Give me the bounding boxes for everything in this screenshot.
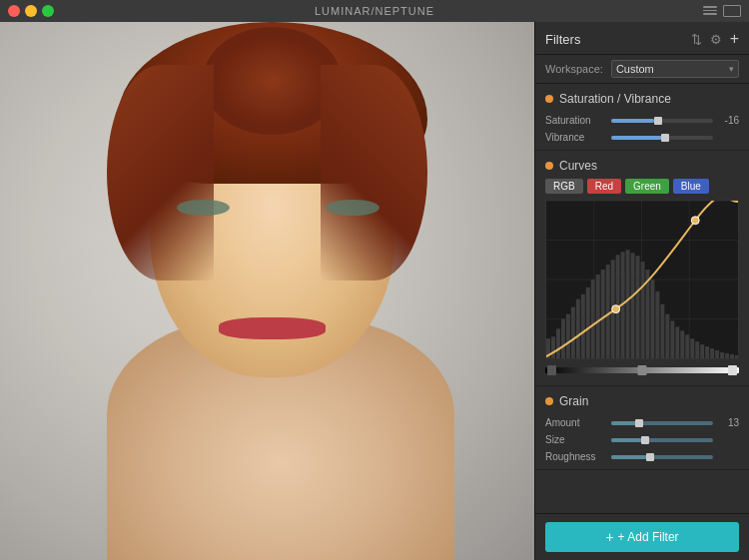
vibrance-track[interactable]: [611, 136, 713, 140]
filters-title: Filters: [545, 32, 580, 47]
app-title: LUMINAR/NEPTUNE: [315, 5, 434, 17]
svg-rect-6: [576, 299, 580, 358]
svg-rect-8: [586, 287, 590, 358]
curves-canvas[interactable]: [545, 200, 739, 359]
vibrance-label: Vibrance: [545, 132, 605, 143]
grain-section: Grain Amount 13 Size: [535, 386, 749, 470]
titlebar: LUMINAR/NEPTUNE: [0, 0, 749, 22]
svg-rect-32: [705, 346, 709, 358]
add-filter-button[interactable]: + + Add Filter: [545, 522, 739, 552]
svg-rect-37: [730, 354, 734, 358]
tab-red[interactable]: Red: [587, 179, 621, 194]
svg-rect-28: [685, 334, 689, 358]
svg-rect-2: [556, 328, 560, 358]
grain-size-row: Size: [535, 431, 749, 448]
svg-point-47: [612, 305, 620, 313]
curves-svg: [546, 201, 738, 358]
traffic-lights: [8, 5, 54, 17]
curves-dot: [545, 162, 553, 170]
add-filter-icon: +: [605, 529, 613, 545]
svg-rect-17: [631, 253, 635, 358]
curves-left-handle[interactable]: [547, 365, 556, 375]
vibrance-fill: [611, 136, 662, 140]
grain-amount-label: Amount: [545, 417, 605, 428]
titlebar-controls: [703, 5, 741, 17]
grain-roughness-row: Roughness: [535, 448, 749, 465]
portrait-hair-right: [321, 65, 427, 280]
close-button[interactable]: [8, 5, 20, 17]
curves-section: Curves RGB Red Green Blue: [535, 151, 749, 386]
svg-rect-19: [641, 262, 645, 358]
workspace-row: Workspace: Custom ▾: [535, 55, 749, 84]
svg-rect-18: [636, 256, 640, 358]
saturation-title: Saturation / Vibrance: [559, 92, 671, 106]
main-content: Filters ⇅ ⚙ + Workspace: Custom ▾ Satura…: [0, 22, 749, 560]
svg-rect-24: [665, 314, 669, 358]
portrait-eye-right: [326, 200, 379, 216]
grain-header[interactable]: Grain: [535, 394, 749, 414]
tab-green[interactable]: Green: [625, 179, 669, 194]
svg-rect-5: [571, 307, 575, 358]
saturation-label: Saturation: [545, 115, 605, 126]
grain-size-label: Size: [545, 434, 605, 445]
saturation-section: Saturation / Vibrance Saturation -16 Vib…: [535, 84, 749, 151]
tab-rgb[interactable]: RGB: [545, 179, 583, 194]
minimize-button[interactable]: [25, 5, 37, 17]
header-icons: ⇅ ⚙ +: [691, 30, 739, 48]
grain-size-fill: [611, 438, 642, 442]
saturation-header[interactable]: Saturation / Vibrance: [535, 92, 749, 112]
grain-roughness-track[interactable]: [611, 455, 713, 459]
photo-area: [0, 22, 534, 560]
grain-roughness-label: Roughness: [545, 451, 605, 462]
portrait-lips: [219, 317, 326, 339]
grain-title: Grain: [559, 394, 588, 408]
vibrance-slider-row: Vibrance: [535, 129, 749, 146]
workspace-value: Custom: [616, 63, 654, 75]
curves-right-handle[interactable]: [728, 365, 737, 375]
workspace-select[interactable]: Custom ▾: [611, 60, 739, 78]
grain-size-track[interactable]: [611, 438, 713, 442]
window-mode-icon[interactable]: [723, 5, 741, 17]
saturation-track[interactable]: [611, 119, 713, 123]
svg-rect-38: [735, 355, 738, 358]
svg-rect-36: [725, 353, 729, 358]
panel-scroll[interactable]: Saturation / Vibrance Saturation -16 Vib…: [535, 84, 749, 513]
saturation-thumb[interactable]: [654, 117, 662, 125]
saturation-value: -16: [719, 115, 739, 126]
grain-roughness-fill: [611, 455, 647, 459]
filters-header: Filters ⇅ ⚙ +: [535, 22, 749, 55]
curves-header[interactable]: Curves: [535, 159, 749, 179]
window-control-icon[interactable]: [703, 6, 717, 16]
saturation-fill: [611, 119, 654, 123]
portrait-eye-left: [177, 200, 231, 216]
svg-rect-7: [581, 294, 585, 358]
grain-size-thumb[interactable]: [641, 436, 649, 444]
grain-roughness-thumb[interactable]: [646, 453, 654, 461]
right-panel: Filters ⇅ ⚙ + Workspace: Custom ▾ Satura…: [534, 22, 749, 560]
svg-rect-3: [561, 319, 565, 359]
svg-rect-27: [680, 330, 684, 358]
saturation-slider-row: Saturation -16: [535, 112, 749, 129]
svg-rect-10: [596, 275, 600, 358]
tab-blue[interactable]: Blue: [673, 179, 709, 194]
vibrance-thumb[interactable]: [661, 134, 669, 142]
reorder-icon[interactable]: ⇅: [691, 32, 702, 47]
workspace-label: Workspace:: [545, 63, 603, 75]
maximize-button[interactable]: [42, 5, 54, 17]
grain-amount-thumb[interactable]: [635, 419, 643, 427]
grain-amount-track[interactable]: [611, 421, 713, 425]
curves-tabs: RGB Red Green Blue: [535, 179, 749, 200]
add-filter-label: + Add Filter: [618, 530, 679, 544]
svg-rect-22: [655, 291, 659, 358]
chevron-down-icon: ▾: [729, 64, 734, 74]
grain-amount-row: Amount 13: [535, 414, 749, 431]
add-icon[interactable]: +: [730, 30, 739, 48]
curves-mid-handle[interactable]: [638, 365, 647, 375]
svg-rect-31: [700, 344, 704, 358]
portrait-image: [0, 22, 534, 560]
svg-rect-26: [675, 326, 679, 358]
grain-amount-value: 13: [719, 417, 739, 428]
saturation-dot: [545, 95, 553, 103]
settings-icon[interactable]: ⚙: [710, 32, 722, 47]
curves-title: Curves: [559, 159, 597, 173]
